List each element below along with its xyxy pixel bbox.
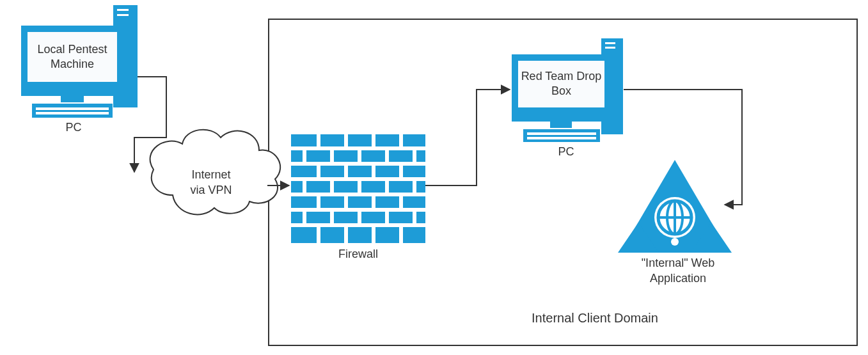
svg-point-64 <box>671 238 679 246</box>
client-domain-label: Internal Client Domain <box>499 310 691 326</box>
pentest-pc-label: Local Pentest Machine <box>27 42 118 72</box>
svg-rect-8 <box>36 112 109 114</box>
cloud-line1: Internet <box>179 168 243 182</box>
svg-rect-49 <box>605 47 615 49</box>
svg-rect-5 <box>61 96 84 102</box>
firewall-label: Firewall <box>323 247 393 262</box>
dropbox-pc-label: Red Team Drop Box <box>517 69 605 99</box>
svg-rect-53 <box>523 129 600 142</box>
diagram-canvas <box>0 0 868 355</box>
svg-rect-54 <box>527 132 596 135</box>
webapp-line2: Application <box>620 271 736 286</box>
dropbox-pc-sublabel: PC <box>544 145 588 159</box>
svg-rect-6 <box>32 104 113 118</box>
svg-rect-1 <box>117 9 129 11</box>
svg-rect-48 <box>605 42 615 44</box>
cloud-line2: via VPN <box>179 183 243 198</box>
svg-rect-52 <box>550 122 572 128</box>
svg-rect-2 <box>117 14 129 16</box>
webapp-icon <box>618 160 732 253</box>
pentest-pc-sublabel: PC <box>51 120 96 135</box>
svg-rect-55 <box>527 137 596 139</box>
edge-firewall-to-dropbox <box>425 90 510 185</box>
webapp-line1: "Internal" Web <box>620 256 736 271</box>
svg-rect-7 <box>36 107 109 110</box>
firewall-icon <box>291 134 425 243</box>
